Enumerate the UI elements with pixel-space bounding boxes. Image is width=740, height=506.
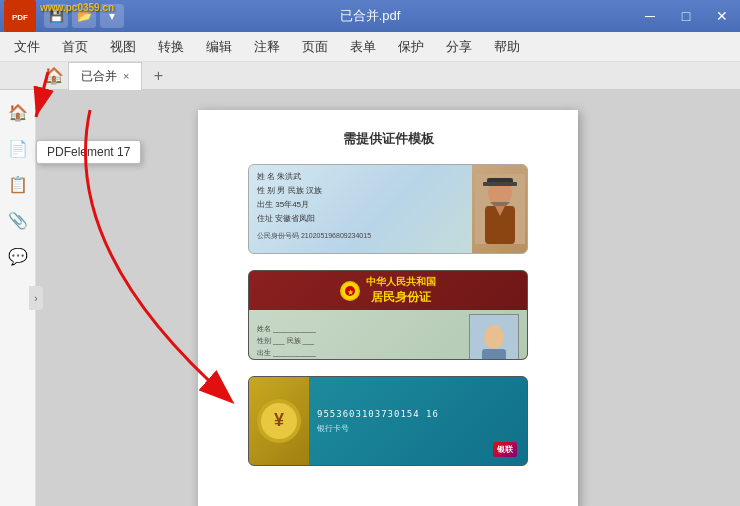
minimize-button[interactable]: ─ [632, 0, 668, 32]
menu-help[interactable]: 帮助 [484, 34, 530, 60]
tooltip-popup: PDFelement 17 [36, 140, 141, 164]
maximize-button[interactable]: □ [668, 0, 704, 32]
dropdown-icon[interactable]: ▾ [100, 4, 124, 28]
id-card-bank-left: ¥ [249, 377, 309, 465]
svg-rect-12 [482, 349, 506, 360]
window-controls: ─ □ ✕ [632, 0, 740, 32]
menu-edit[interactable]: 编辑 [196, 34, 242, 60]
svg-text:¥: ¥ [274, 410, 284, 430]
menu-protect[interactable]: 保护 [388, 34, 434, 60]
tab-close-button[interactable]: × [123, 70, 129, 82]
title-bar: PDF 💾 📂 ▾ www.pc0359.cn 已合并.pdf ─ □ ✕ [0, 0, 740, 32]
sidebar-expand-button[interactable]: › [29, 286, 43, 310]
sidebar-home-icon[interactable]: 🏠 [4, 98, 32, 126]
unionpay-icon: 银联 [493, 442, 517, 457]
menu-share[interactable]: 分享 [436, 34, 482, 60]
menu-file[interactable]: 文件 [4, 34, 50, 60]
app-logo: PDF [4, 0, 36, 32]
open-icon[interactable]: 📂 [72, 4, 96, 28]
id-card-bank: ¥ 9553603103730154 16 银行卡号 银联 [248, 376, 528, 466]
id-card-national-field1: 姓名 ___________ [257, 324, 461, 334]
id-card-ancient: 姓 名 朱洪武 性 别 男 民族 汉族 出生 35年45月 住址 安徽省凤阳 公… [248, 164, 528, 254]
id-card-national-header: ★ 中华人民共和国 居民身份证 [249, 271, 527, 310]
id-card-national-fields: 姓名 ___________ 性别 ___ 民族 ___ 出生 ________… [257, 324, 461, 361]
home-button[interactable]: 🏠 [40, 62, 68, 90]
tab-bar: 🏠 已合并 × + [0, 62, 740, 90]
id-card-gender-row: 性 别 男 民族 汉族 [257, 185, 464, 196]
menu-page[interactable]: 页面 [292, 34, 338, 60]
id-card-bank-number: 9553603103730154 16 [317, 409, 519, 419]
id-card-birthday-row: 出生 35年45月 [257, 199, 464, 210]
sidebar-comment-icon[interactable]: 💬 [4, 242, 32, 270]
content-area: 需提供证件模板 姓 名 朱洪武 性 别 男 民族 汉族 出生 35年45月 住址… [36, 90, 740, 506]
svg-text:★: ★ [347, 288, 354, 297]
window-title: 已合并.pdf [340, 7, 401, 25]
id-card-national-body: 姓名 ___________ 性别 ___ 民族 ___ 出生 ________… [249, 310, 527, 360]
svg-rect-5 [483, 182, 517, 186]
save-icon[interactable]: 💾 [44, 4, 68, 28]
toolbar-icons: 💾 📂 ▾ [44, 4, 124, 28]
id-card-national-title-group: 中华人民共和国 居民身份证 [366, 275, 436, 306]
id-card-ancient-info: 姓 名 朱洪武 性 别 男 民族 汉族 出生 35年45月 住址 安徽省凤阳 公… [249, 165, 472, 253]
id-card-national: ★ 中华人民共和国 居民身份证 姓名 ___________ 性别 ___ 民族… [248, 270, 528, 360]
id-card-address-row: 住址 安徽省凤阳 [257, 213, 464, 224]
menu-convert[interactable]: 转换 [148, 34, 194, 60]
pdf-page-title: 需提供证件模板 [343, 130, 434, 148]
national-emblem: ★ [340, 281, 360, 301]
menu-home[interactable]: 首页 [52, 34, 98, 60]
tab-label: 已合并 [81, 68, 117, 85]
sidebar-note-icon[interactable]: 📋 [4, 170, 32, 198]
menu-view[interactable]: 视图 [100, 34, 146, 60]
tab-add-button[interactable]: + [146, 64, 170, 88]
id-card-national-title1: 中华人民共和国 [366, 275, 436, 289]
id-card-bank-label: 银行卡号 [317, 423, 519, 434]
menu-annotate[interactable]: 注释 [244, 34, 290, 60]
pdf-page: 需提供证件模板 姓 名 朱洪武 性 别 男 民族 汉族 出生 35年45月 住址… [198, 110, 578, 506]
id-card-national-photo [469, 314, 519, 360]
id-card-national-title2: 居民身份证 [371, 289, 431, 306]
sidebar-page-icon[interactable]: 📄 [4, 134, 32, 162]
sidebar-attach-icon[interactable]: 📎 [4, 206, 32, 234]
left-sidebar: PDFelement 17 🏠 📄 📋 📎 💬 › [0, 90, 36, 506]
id-card-name-row: 姓 名 朱洪武 [257, 171, 464, 182]
close-button[interactable]: ✕ [704, 0, 740, 32]
id-card-ancient-photo [472, 165, 527, 253]
title-bar-left: PDF 💾 📂 ▾ www.pc0359.cn [0, 0, 124, 32]
id-card-national-field2: 性别 ___ 民族 ___ [257, 336, 461, 346]
id-card-number: 公民身份号码 210205196809234015 [257, 231, 464, 241]
id-card-bank-logo: 银联 [493, 442, 517, 457]
id-card-national-field4: 住址 ___________ [257, 360, 461, 361]
svg-text:PDF: PDF [12, 13, 28, 22]
menu-bar: 文件 首页 视图 转换 编辑 注释 页面 表单 保护 分享 帮助 [0, 32, 740, 62]
svg-point-11 [484, 325, 504, 349]
main-layout: PDFelement 17 🏠 📄 📋 📎 💬 › 需提供证件模板 姓 名 朱洪… [0, 90, 740, 506]
id-card-national-field3: 出生 ___________ [257, 348, 461, 358]
tab-merged[interactable]: 已合并 × [68, 62, 142, 90]
menu-form[interactable]: 表单 [340, 34, 386, 60]
